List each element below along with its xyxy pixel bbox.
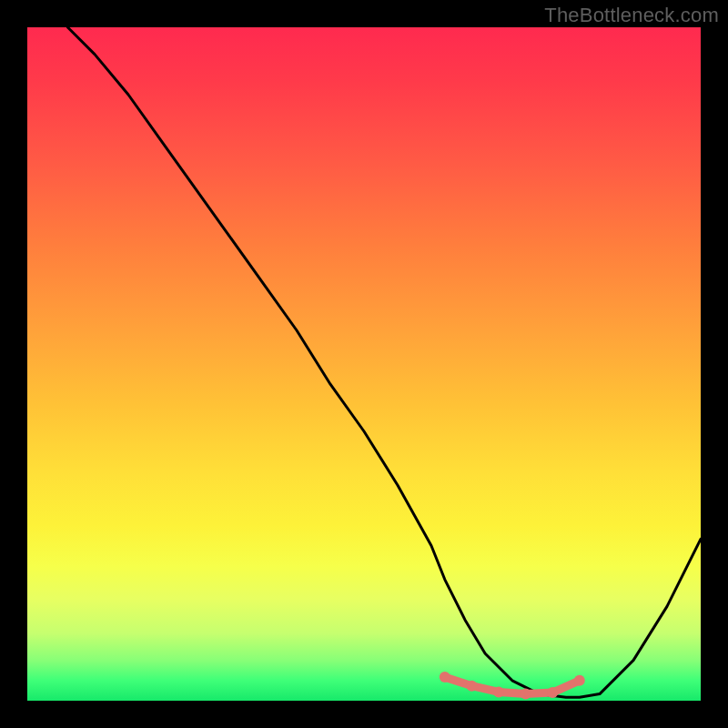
optimal-range-dot [466, 681, 477, 692]
plot-area [27, 27, 701, 701]
watermark-text: TheBottleneck.com [544, 4, 719, 27]
optimal-range-dot [547, 687, 558, 698]
optimal-range-dot [574, 675, 585, 686]
curve-layer [27, 27, 701, 701]
optimal-range-dot [493, 686, 504, 697]
optimal-range-dot [440, 672, 450, 682]
optimal-range-dot [521, 689, 531, 700]
bottleneck-curve [67, 27, 701, 697]
chart-frame: TheBottleneck.com [0, 0, 728, 728]
